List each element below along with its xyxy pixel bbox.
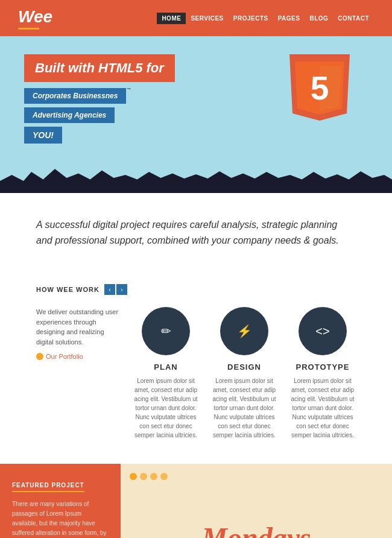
hero-title: Built with HTML5 for	[24, 54, 175, 82]
step-prototype: <> PROTOTYPE Lorem ipsum dolor sit amet,…	[289, 307, 356, 440]
hero-content: Built with HTML5 for Corporates Business…	[24, 54, 368, 144]
intro-text: A successful digital project requires ca…	[36, 217, 356, 248]
dot-2[interactable]	[140, 473, 147, 480]
mondays-text: Mondays	[201, 524, 311, 538]
steps-container: ✏ PLAN Lorem ipsum dolor sit amet, conse…	[133, 307, 356, 440]
next-arrow[interactable]: ›	[116, 284, 127, 295]
step-design-icon: ⚡	[220, 307, 268, 355]
nav-home[interactable]: HOME	[157, 13, 186, 24]
hero-tag-corporate: Corporates Businessnes	[24, 88, 126, 104]
hero-tag-advertising: Advertising Agencies	[24, 107, 115, 123]
portfolio-link[interactable]: Our Portfolio	[36, 353, 121, 360]
intro-section: A successful digital project requires ca…	[0, 193, 392, 284]
nav-blog[interactable]: BLOG	[305, 13, 333, 24]
step-prototype-icon: <>	[299, 307, 347, 355]
how-title: HOW WEE WORK	[36, 286, 100, 293]
hero-trees-decoration	[0, 163, 392, 193]
featured-dots	[130, 473, 168, 480]
nav-projects[interactable]: PROJECTS	[229, 13, 273, 24]
dot-1[interactable]	[130, 473, 137, 480]
featured-left: FEATURED PROJECT There are many variatio…	[0, 464, 121, 538]
navigation: HOME SERVICES PROJECTS PAGES BLOG CONTAC…	[157, 13, 374, 24]
featured-section: FEATURED PROJECT There are many variatio…	[0, 464, 392, 538]
nav-services[interactable]: SERVICES	[186, 13, 228, 24]
how-left: We deliver outstanding user experiences …	[36, 307, 121, 440]
step-plan-desc: Lorem ipsum dolor sit amet, consect etur…	[133, 376, 199, 440]
how-section: HOW WEE WORK ‹ › We deliver outstanding …	[0, 284, 392, 464]
portfolio-icon	[36, 353, 43, 360]
hero-section: Built with HTML5 for Corporates Business…	[0, 36, 392, 193]
hero-tags: Corporates Businessnes Advertising Agenc…	[24, 88, 368, 144]
step-design-title: DESIGN	[211, 362, 277, 372]
dot-3[interactable]	[150, 473, 157, 480]
featured-desc: There are many variations of passages of…	[12, 499, 109, 538]
hero-tag-you: YOU!	[24, 127, 62, 144]
nav-pages[interactable]: PAGES	[273, 13, 305, 24]
nav-contact[interactable]: CONTACT	[333, 13, 374, 24]
prev-arrow[interactable]: ‹	[104, 284, 115, 295]
nav-arrows: ‹ ›	[104, 284, 127, 295]
step-prototype-desc: Lorem ipsum dolor sit amet, consect etur…	[289, 376, 356, 440]
step-plan: ✏ PLAN Lorem ipsum dolor sit amet, conse…	[133, 307, 199, 440]
step-plan-icon: ✏	[142, 307, 190, 355]
logo: Wee	[18, 7, 52, 30]
step-plan-title: PLAN	[133, 362, 199, 372]
how-left-text: We deliver outstanding user experiences …	[36, 307, 121, 347]
portfolio-link-label: Our Portfolio	[46, 353, 83, 360]
step-design: ⚡ DESIGN Lorem ipsum dolor sit amet, con…	[211, 307, 277, 440]
step-prototype-title: PROTOTYPE	[289, 362, 356, 372]
header: Wee HOME SERVICES PROJECTS PAGES BLOG CO…	[0, 0, 392, 36]
step-design-desc: Lorem ipsum dolor sit amet, consect etur…	[211, 376, 277, 440]
featured-right: Mondays A FRESH START!	[121, 464, 392, 538]
how-header: HOW WEE WORK ‹ ›	[36, 284, 356, 295]
featured-label: FEATURED PROJECT	[12, 482, 84, 492]
how-content: We deliver outstanding user experiences …	[36, 307, 356, 440]
dot-4[interactable]	[160, 473, 168, 480]
